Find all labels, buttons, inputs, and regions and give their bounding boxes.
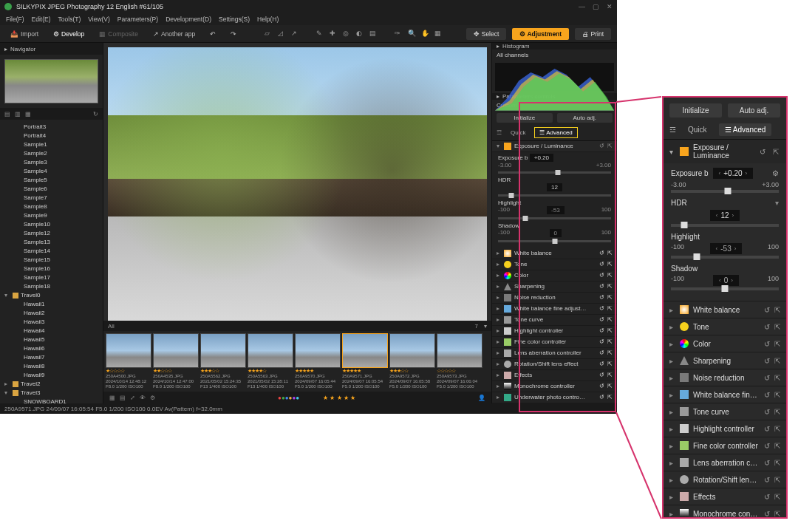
maximize-icon[interactable]: ▢ bbox=[593, 3, 599, 10]
undo-icon[interactable]: ↺ bbox=[599, 272, 604, 279]
tree-item[interactable]: Hawaii2 bbox=[1, 309, 101, 318]
acc-row-sharp[interactable]: ▸Sharpening↺⇱ bbox=[664, 352, 786, 369]
hdr-value[interactable]: ‹12› bbox=[710, 210, 740, 221]
undo-icon[interactable]: ↺ bbox=[599, 372, 604, 378]
undo-icon[interactable]: ↺ bbox=[764, 459, 770, 467]
popout-icon[interactable]: ⇱ bbox=[607, 294, 613, 301]
import-button[interactable]: 📥 Import bbox=[6, 29, 43, 39]
acc-row-sharp[interactable]: ▸Sharpening↺⇱ bbox=[492, 282, 617, 293]
main-canvas[interactable] bbox=[108, 47, 487, 321]
acc-row-exposure[interactable]: ▾Exposure / Luminance↺⇱ bbox=[492, 141, 617, 152]
tree-item[interactable]: Sample18 bbox=[1, 282, 101, 291]
acc-row-rot[interactable]: ▸Rotation/Shift lens effect↺⇱ bbox=[492, 359, 617, 370]
menu-settings[interactable]: Settings(S) bbox=[219, 16, 250, 23]
undo-icon[interactable]: ↺ bbox=[758, 148, 767, 156]
undo-icon[interactable]: ↺ bbox=[764, 340, 770, 348]
zoom-auto-adjust-button[interactable]: Auto adj. bbox=[728, 103, 780, 117]
acc-row-fx[interactable]: ▸Effects↺⇱ bbox=[664, 488, 786, 505]
popout-icon[interactable]: ⇱ bbox=[774, 340, 780, 348]
acc-row-tone[interactable]: ▸Tone↺⇱ bbox=[492, 259, 617, 270]
tree-item[interactable]: Sample16 bbox=[1, 265, 101, 273]
rating-filter[interactable]: ★ ★ ★ ★ ★ bbox=[323, 395, 355, 401]
tree-item[interactable]: Hawaii5 bbox=[1, 335, 101, 344]
close-icon[interactable]: ✕ bbox=[607, 3, 613, 10]
user-icon[interactable]: 👤 bbox=[478, 395, 485, 401]
hand-icon[interactable]: ✋ bbox=[421, 30, 430, 38]
tree-folder[interactable]: ▾Travel3 bbox=[1, 389, 101, 398]
undo-icon[interactable]: ↺ bbox=[764, 357, 770, 365]
undo-icon[interactable]: ↺ bbox=[764, 306, 770, 314]
zoom-icon[interactable]: 🔍 bbox=[408, 30, 417, 38]
popout-icon[interactable]: ⇱ bbox=[774, 357, 780, 365]
undo-icon[interactable]: ↺ bbox=[764, 374, 770, 382]
acc-row-nr[interactable]: ▸Noise reduction↺⇱ bbox=[664, 369, 786, 386]
thumbnail[interactable]: ★★☆☆☆250A4535.JPG2024/10/14 12:47:00F8.0… bbox=[153, 333, 199, 389]
tree-item[interactable]: Sample9 bbox=[1, 211, 101, 220]
acc-row-wb[interactable]: ▸White balance↺⇱ bbox=[664, 301, 786, 318]
view-icon[interactable]: ▦ bbox=[109, 395, 115, 401]
nav-tool-icon[interactable]: ↻ bbox=[93, 111, 98, 117]
menu-help[interactable]: Help(H) bbox=[257, 16, 279, 23]
tree-item[interactable]: Hawaii1 bbox=[1, 300, 101, 309]
acc-row-hl[interactable]: ▸Highlight controller↺⇱ bbox=[492, 326, 617, 337]
undo-icon[interactable]: ↺ bbox=[764, 323, 770, 331]
straighten-icon[interactable]: ↗ bbox=[291, 30, 300, 38]
tree-item[interactable]: Sample6 bbox=[1, 185, 101, 194]
popout-icon[interactable]: ⇱ bbox=[771, 148, 780, 156]
zoom-quick-tab[interactable]: Quick bbox=[682, 123, 713, 136]
undo-icon[interactable]: ↺ bbox=[599, 361, 604, 367]
tree-item[interactable]: Sample13 bbox=[1, 238, 101, 247]
menu-development[interactable]: Development(D) bbox=[166, 16, 211, 23]
view-icon[interactable]: ⤢ bbox=[130, 395, 135, 401]
zoom-advanced-tab[interactable]: ☰ Advanced bbox=[719, 123, 772, 136]
shadow-value[interactable]: ‹0› bbox=[713, 275, 739, 286]
undo-icon[interactable]: ↺ bbox=[599, 349, 604, 356]
tree-item[interactable]: Sample10 bbox=[1, 220, 101, 229]
undo-icon[interactable]: ↺ bbox=[764, 493, 770, 501]
another-app-button[interactable]: ↗ Another app bbox=[149, 29, 200, 39]
popout-icon[interactable]: ⇱ bbox=[774, 493, 780, 501]
nav-tool-icon[interactable]: ▤ bbox=[4, 111, 10, 117]
tree-item[interactable]: Sample7 bbox=[1, 194, 101, 202]
tree-folder[interactable]: ▾Travel0 bbox=[1, 291, 101, 300]
thumbnail[interactable]: ★☆☆☆☆250A4500.JPG2024/10/14 12:48:12F8.0… bbox=[106, 333, 151, 389]
popout-icon[interactable]: ⇱ bbox=[607, 283, 613, 290]
tree-item[interactable]: Sample15 bbox=[1, 256, 101, 265]
tree-item[interactable]: Hawaii7 bbox=[1, 353, 101, 362]
undo-icon[interactable]: ↺ bbox=[764, 425, 770, 433]
acc-row-fc[interactable]: ▸Fine color controller↺⇱ bbox=[664, 437, 786, 454]
zoom-initialize-button[interactable]: Initialize bbox=[669, 103, 722, 117]
tree-item[interactable]: Hawaii8 bbox=[1, 362, 101, 371]
tree-item[interactable]: Hawaii4 bbox=[1, 327, 101, 335]
popout-icon[interactable]: ⇱ bbox=[774, 374, 780, 382]
tree-item[interactable]: Sample12 bbox=[1, 229, 101, 238]
popout-icon[interactable]: ⇱ bbox=[607, 394, 613, 400]
folder-tree[interactable]: Portrait3Portrait4Sample1Sample2Sample3S… bbox=[0, 120, 103, 403]
tree-item[interactable]: Sample2 bbox=[1, 149, 101, 158]
tree-item[interactable]: Sample5 bbox=[1, 176, 101, 185]
thumbnail[interactable]: ★★★☆☆250A5562.JPG2021/05/02 15:24:35F13 … bbox=[200, 333, 246, 389]
tree-folder[interactable]: ▸Travel2 bbox=[1, 380, 101, 389]
acc-row-fc[interactable]: ▸Fine color controller↺⇱ bbox=[492, 337, 617, 348]
initialize-button[interactable]: Initialize bbox=[497, 113, 553, 123]
hdr-dropdown-icon[interactable]: ▾ bbox=[775, 199, 779, 207]
shadow-slider[interactable] bbox=[671, 287, 779, 290]
highlight-value[interactable]: ‹-53› bbox=[710, 243, 743, 254]
adjustment-mode-button[interactable]: ⚙ Adjustment bbox=[512, 28, 569, 40]
popout-icon[interactable]: ⇱ bbox=[774, 391, 780, 399]
undo-icon[interactable]: ↶ bbox=[205, 29, 220, 39]
undo-icon[interactable]: ↺ bbox=[599, 383, 604, 389]
acc-row-color[interactable]: ▸Color↺⇱ bbox=[492, 270, 617, 282]
mask-icon[interactable]: ◐ bbox=[356, 30, 365, 38]
acc-row-color[interactable]: ▸Color↺⇱ bbox=[664, 335, 786, 352]
acc-row-tc[interactable]: ▸Tone curve↺⇱ bbox=[664, 403, 786, 420]
exposure-header[interactable]: ▾ Exposure / Luminance ↺ ⇱ bbox=[664, 140, 786, 163]
tree-item[interactable]: Hawaii9 bbox=[1, 371, 101, 380]
menu-edit[interactable]: Edit(E) bbox=[32, 16, 51, 23]
tree-item[interactable]: Sample17 bbox=[1, 273, 101, 282]
popout-icon[interactable]: ⇱ bbox=[774, 323, 780, 331]
minimize-icon[interactable]: — bbox=[579, 3, 585, 10]
tree-item[interactable]: Sample4 bbox=[1, 167, 101, 176]
popout-icon[interactable]: ⇱ bbox=[774, 442, 780, 450]
undo-icon[interactable]: ↺ bbox=[599, 283, 604, 290]
